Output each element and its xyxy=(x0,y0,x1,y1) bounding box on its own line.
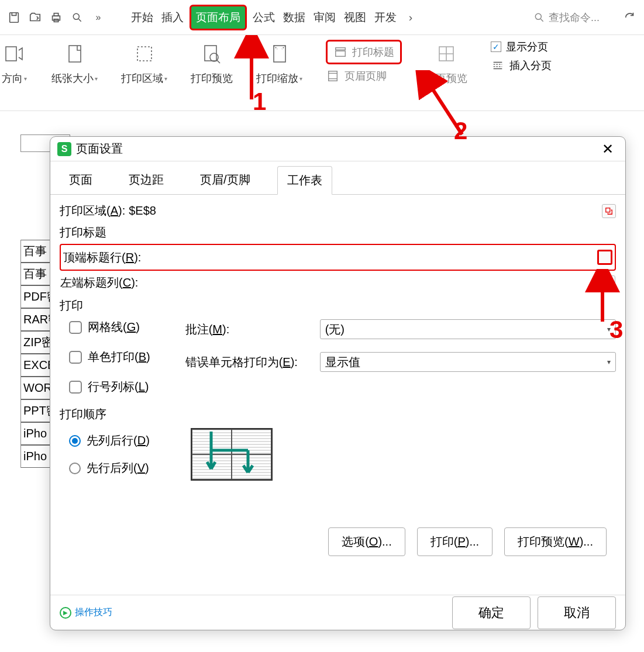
tab-page-layout[interactable]: 页面布局 xyxy=(190,5,247,30)
top-title-label: 顶端标题行(R): xyxy=(63,250,141,265)
svg-point-4 xyxy=(73,13,79,19)
print-section: 打印 xyxy=(60,298,616,313)
print-icon[interactable] xyxy=(48,9,64,26)
ribbon-header-footer[interactable]: 页眉页脚 xyxy=(326,69,402,83)
svg-rect-12 xyxy=(336,48,346,50)
print-button[interactable]: 打印(P)... xyxy=(417,527,493,556)
order-preview-icon xyxy=(191,428,273,481)
save-icon[interactable] xyxy=(6,9,22,26)
dtab-margins[interactable]: 页边距 xyxy=(119,166,173,194)
ribbon-show-pagebreak[interactable]: ✓ 显示分页 xyxy=(491,40,552,54)
range-picker-icon[interactable] xyxy=(601,275,615,289)
ribbon-zoom-label: 打印缩放 xyxy=(256,71,298,85)
tab-dev[interactable]: 开发 xyxy=(372,6,399,29)
svg-point-10 xyxy=(210,53,218,61)
dtab-page[interactable]: 页面 xyxy=(60,166,102,194)
cancel-button[interactable]: 取消 xyxy=(538,596,616,629)
range-picker-icon[interactable] xyxy=(602,204,616,218)
dtab-header-footer[interactable]: 页眉/页脚 xyxy=(191,166,260,194)
open-icon[interactable] xyxy=(27,9,43,26)
chevron-down-icon: ▾ xyxy=(299,75,302,82)
comments-combo[interactable]: (无)▾ xyxy=(320,319,616,339)
refresh-icon[interactable] xyxy=(622,9,638,26)
ribbon-insert-pb-label: 插入分页 xyxy=(509,58,552,73)
ribbon-titles-label: 打印标题 xyxy=(352,45,394,59)
tab-review[interactable]: 审阅 xyxy=(311,6,338,29)
ribbon-insert-pagebreak[interactable]: 插入分页 xyxy=(491,58,552,73)
ribbon-direction[interactable]: 方向▾ xyxy=(0,40,28,85)
search-placeholder: 查找命令... xyxy=(549,11,600,25)
header-footer-icon xyxy=(326,69,340,83)
range-picker-icon[interactable] xyxy=(597,250,612,265)
print-options-area: 网格线(G) 单色打印(B) 行号列标(L) 批注(M): (无)▾ 错误单元格… xyxy=(60,319,616,395)
pagebreak-icon xyxy=(432,40,460,68)
ribbon-paper-size[interactable]: 纸张大小▾ xyxy=(51,40,98,85)
svg-rect-8 xyxy=(137,47,151,61)
svg-rect-2 xyxy=(54,13,58,16)
svg-point-5 xyxy=(535,13,541,19)
print-area-value[interactable]: $E$8 xyxy=(129,204,156,218)
print-titles-section: 打印标题 xyxy=(60,225,616,240)
dtab-sheet[interactable]: 工作表 xyxy=(277,166,332,195)
tips-link[interactable]: ▶ 操作技巧 xyxy=(60,606,112,619)
tab-home[interactable]: 开始 xyxy=(129,6,156,29)
ribbon-pb-label: 分页预览 xyxy=(425,71,467,85)
ribbon-show-pb-label: 显示分页 xyxy=(506,40,548,54)
close-icon[interactable]: ✕ xyxy=(597,141,618,157)
dialog-tabs: 页面 页边距 页眉/页脚 工作表 xyxy=(50,161,625,195)
gridlines-checkbox[interactable]: 网格线(G) xyxy=(69,319,150,335)
rowcol-checkbox[interactable]: 行号列标(L) xyxy=(69,379,150,395)
chevron-down-icon: ▾ xyxy=(95,75,98,82)
comments-label: 批注(M): xyxy=(185,322,314,337)
chevron-down-icon: ▾ xyxy=(607,325,611,333)
svg-rect-0 xyxy=(10,12,19,22)
top-title-row: 顶端标题行(R): xyxy=(60,244,616,271)
checkbox-icon xyxy=(69,321,82,334)
svg-rect-6 xyxy=(6,47,16,61)
errors-combo[interactable]: 显示值▾ xyxy=(320,352,616,372)
insert-break-icon xyxy=(491,58,505,73)
preview-button[interactable]: 打印预览(W)... xyxy=(504,527,607,556)
chevron-down-icon: ▾ xyxy=(607,358,611,366)
tab-view[interactable]: 视图 xyxy=(342,6,369,29)
ribbon-print-preview[interactable]: 打印预览 xyxy=(191,40,233,85)
search-small-icon[interactable] xyxy=(69,9,85,26)
command-search[interactable]: 查找命令... xyxy=(533,11,605,25)
ribbon-paper-label: 纸张大小 xyxy=(51,71,94,85)
ribbon-pagebreak-preview[interactable]: 分页预览 xyxy=(425,40,467,85)
more-icon[interactable]: » xyxy=(90,9,106,26)
svg-rect-13 xyxy=(336,51,346,56)
preview-icon xyxy=(198,40,226,68)
ok-button[interactable]: 确定 xyxy=(452,596,531,629)
checkbox-icon: ✓ xyxy=(491,42,501,52)
search-icon xyxy=(533,12,545,23)
dialog-footer: ▶ 操作技巧 确定 取消 xyxy=(50,595,625,630)
tab-data[interactable]: 数据 xyxy=(281,6,308,29)
order-section: 打印顺序 xyxy=(60,406,616,422)
col-first-radio[interactable]: 先列后行(D) xyxy=(69,433,150,449)
dialog-action-buttons: 选项(O)... 打印(P)... 打印预览(W)... xyxy=(60,527,616,556)
ribbon-print-titles[interactable]: 打印标题 xyxy=(326,40,402,64)
tab-formula[interactable]: 公式 xyxy=(250,6,277,29)
tabs-more-icon[interactable]: › xyxy=(402,9,419,26)
svg-rect-18 xyxy=(605,280,609,284)
left-title-row: 左端标题列(C): xyxy=(60,271,616,294)
svg-rect-7 xyxy=(69,46,81,62)
tab-insert[interactable]: 插入 xyxy=(159,6,186,29)
quick-access-toolbar: » 开始 插入 页面布局 公式 数据 审阅 视图 开发 › 查找命令... xyxy=(0,0,644,35)
ribbon-print-area[interactable]: 打印区域▾ xyxy=(121,40,167,85)
chevron-down-icon: ▾ xyxy=(164,75,167,82)
ribbon-print-zoom[interactable]: 打印缩放▾ xyxy=(256,40,302,85)
ribbon-hf-label: 页眉页脚 xyxy=(345,69,387,83)
row-first-radio[interactable]: 先行后列(V) xyxy=(69,460,150,476)
ribbon-col-breaks: ✓ 显示分页 插入分页 xyxy=(491,40,552,73)
ribbon-print-area-label: 打印区域 xyxy=(121,71,163,85)
checkbox-icon xyxy=(69,381,82,394)
dialog-titlebar: S 页面设置 ✕ xyxy=(50,137,625,161)
dialog-body: 打印区域(A): $E$8 打印标题 顶端标题行(R): 左端标题列(C): 打… xyxy=(50,195,625,564)
print-area-label: 打印区域(A): xyxy=(60,203,125,219)
mono-checkbox[interactable]: 单色打印(B) xyxy=(69,349,150,365)
svg-rect-11 xyxy=(274,46,285,62)
options-button[interactable]: 选项(O)... xyxy=(328,527,405,556)
print-area-row: 打印区域(A): $E$8 xyxy=(60,203,616,219)
